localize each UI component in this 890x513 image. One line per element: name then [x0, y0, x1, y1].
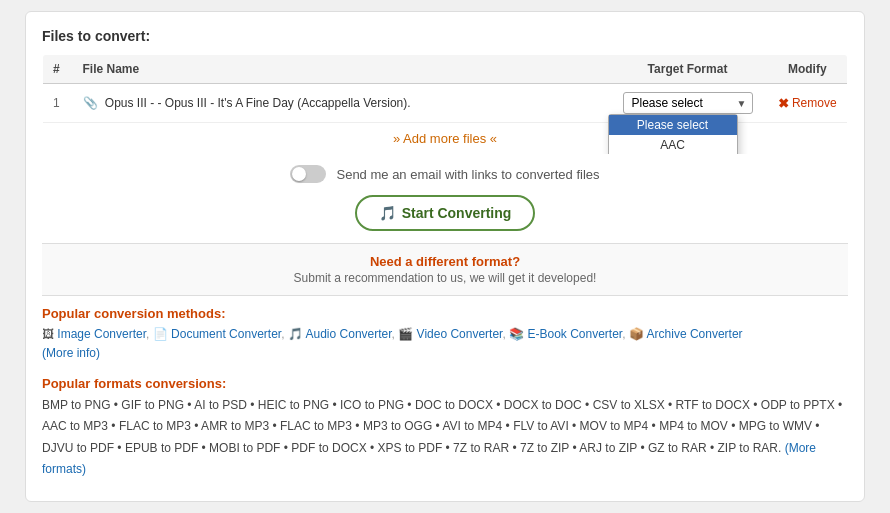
- convert-label: Start Converting: [402, 205, 512, 221]
- table-row: 1 📎 Opus III - - Opus III - It's A Fine …: [43, 84, 848, 123]
- archive-converter-icon: 📦: [629, 327, 644, 341]
- dropdown-item-aac[interactable]: AAC: [609, 135, 737, 155]
- archive-converter-link[interactable]: Archive Converter: [647, 327, 743, 341]
- add-more-text: Add more files: [403, 131, 486, 146]
- format-dropdown: Please select AAC AC3 AIF AIFC AIFF AMR …: [608, 114, 738, 155]
- row-num: 1: [43, 84, 73, 123]
- popular-conversion-section: Popular conversion methods: 🖼 Image Conv…: [42, 296, 848, 369]
- video-converter-link[interactable]: Video Converter: [417, 327, 503, 341]
- more-info-link[interactable]: (More info): [42, 346, 100, 360]
- image-converter-icon: 🖼: [42, 327, 54, 341]
- file-name-text: Opus III - - Opus III - It's A Fine Day …: [105, 96, 411, 110]
- document-converter-link[interactable]: Document Converter: [171, 327, 281, 341]
- formats-text-content: BMP to PNG • GIF to PNG • AI to PSD • HE…: [42, 398, 842, 455]
- ebook-converter-icon: 📚: [509, 327, 524, 341]
- different-format-subtitle: Submit a recommendation to us, we will g…: [52, 271, 838, 285]
- document-converter-icon: 📄: [153, 327, 168, 341]
- video-converter-icon: 🎬: [398, 327, 413, 341]
- table-header-row: # File Name Target Format Modify: [43, 55, 848, 84]
- convert-icon: 🎵: [379, 205, 396, 221]
- col-num-header: #: [43, 55, 73, 84]
- col-modify-header: Modify: [768, 55, 848, 84]
- format-cell: Please select AAC AC3 AIF AIFC AIFF AMR …: [608, 84, 768, 123]
- ebook-converter-link[interactable]: E-Book Converter: [527, 327, 622, 341]
- popular-formats-text: BMP to PNG • GIF to PNG • AI to PSD • HE…: [42, 395, 848, 481]
- popular-conversion-title: Popular conversion methods:: [42, 306, 848, 321]
- col-name-header: File Name: [73, 55, 608, 84]
- dropdown-item-please-select[interactable]: Please select: [609, 115, 737, 135]
- audio-converter-link[interactable]: Audio Converter: [306, 327, 392, 341]
- remove-label: Remove: [792, 96, 837, 110]
- toggle-knob: [292, 167, 306, 181]
- start-converting-button[interactable]: 🎵 Start Converting: [355, 195, 536, 231]
- files-table: # File Name Target Format Modify 1 📎 Opu…: [42, 54, 848, 155]
- convert-btn-row: 🎵 Start Converting: [42, 189, 848, 243]
- email-label: Send me an email with links to converted…: [336, 167, 599, 182]
- chevron-right-icon: »: [393, 131, 400, 146]
- modify-cell: ✖ Remove: [768, 84, 848, 123]
- remove-button[interactable]: ✖ Remove: [778, 96, 838, 111]
- main-container: Files to convert: # File Name Target For…: [25, 11, 865, 502]
- popular-conversion-links: 🖼 Image Converter, 📄 Document Converter,…: [42, 325, 848, 363]
- different-format-title: Need a different format?: [52, 254, 838, 269]
- popular-formats-title: Popular formats conversions:: [42, 376, 848, 391]
- file-name-cell: 📎 Opus III - - Opus III - It's A Fine Da…: [73, 84, 608, 123]
- section-title: Files to convert:: [42, 28, 848, 44]
- audio-converter-icon: 🎵: [288, 327, 303, 341]
- select-wrapper: Please select AAC AC3 AIF AIFC AIFF AMR …: [623, 92, 753, 114]
- format-select[interactable]: Please select AAC AC3 AIF AIFC AIFF AMR …: [623, 92, 753, 114]
- remove-x-icon: ✖: [778, 96, 789, 111]
- popular-formats-section: Popular formats conversions: BMP to PNG …: [42, 370, 848, 485]
- chevron-left-icon: «: [490, 131, 497, 146]
- col-format-header: Target Format: [608, 55, 768, 84]
- different-format-bar: Need a different format? Submit a recomm…: [42, 243, 848, 296]
- add-more-link[interactable]: » Add more files «: [393, 131, 497, 146]
- email-toggle[interactable]: [290, 165, 326, 183]
- attachment-icon: 📎: [83, 96, 98, 110]
- image-converter-link[interactable]: Image Converter: [57, 327, 146, 341]
- email-row: Send me an email with links to converted…: [42, 155, 848, 189]
